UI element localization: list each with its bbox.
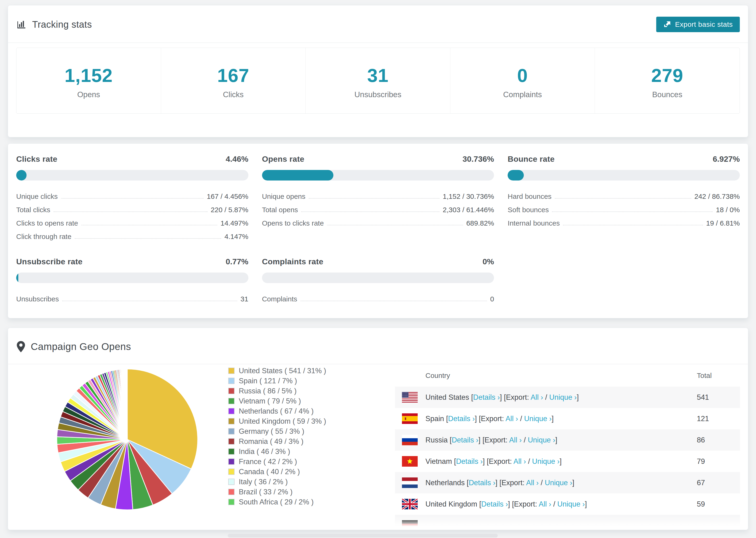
export-unique-link[interactable]: Unique ›: [532, 457, 560, 465]
export-unique-link[interactable]: Unique ›: [524, 414, 552, 423]
summary-cell-complaints: 0Complaints: [450, 48, 595, 113]
dotted-leader: [301, 211, 440, 212]
progress-bar-fill: [16, 170, 27, 181]
dotted-leader: [81, 225, 217, 225]
details-link[interactable]: Details ›: [452, 436, 478, 444]
legend-label: United States ( 541 / 31% ): [239, 367, 326, 375]
legend-swatch: [228, 479, 235, 485]
summary-value: 0: [450, 66, 595, 85]
flag-cell: [395, 451, 425, 472]
detail-row: Opens to clicks rate689.82%: [262, 215, 494, 229]
legend-item: Brazil ( 33 / 2% ): [228, 487, 369, 497]
rate-block-clicks: Clicks rate4.46%Unique clicks167 / 4.456…: [16, 154, 248, 242]
rate-detail-rows: Complaints0: [262, 291, 494, 304]
detail-row: Unsubscribes31: [16, 291, 248, 304]
summary-cell-unsubscribes: 31Unsubscribes: [306, 48, 450, 113]
summary-label: Bounces: [595, 90, 739, 99]
legend-swatch: [228, 398, 235, 404]
legend-item: Germany ( 55 / 3% ): [228, 426, 369, 436]
rate-title: Bounce rate: [508, 154, 555, 164]
geo-table-row-vietnam: Vietnam [Details ›] [Export: All › / Uni…: [395, 451, 740, 472]
detail-label: Complaints: [262, 295, 297, 304]
geo-table-row-united-kingdom: United Kingdom [Details ›] [Export: All …: [395, 493, 740, 515]
detail-label: Hard bounces: [508, 192, 552, 202]
summary-value: 167: [161, 66, 305, 85]
flag-de-icon: [402, 520, 425, 530]
flag-cell: [395, 387, 425, 408]
detail-label: Internal bounces: [508, 219, 560, 229]
total-cell: 121: [697, 408, 740, 429]
geo-col-country: Country: [425, 364, 697, 387]
export-all-link[interactable]: All ›: [506, 414, 518, 423]
detail-row: Unique clicks167 / 4.456%: [16, 188, 248, 202]
summary-cell-opens: 1,152Opens: [17, 48, 161, 113]
rate-block-bounce: Bounce rate6.927%Hard bounces242 / 86.73…: [508, 154, 740, 242]
legend-label: Spain ( 121 / 7% ): [239, 377, 297, 385]
country-cell: Netherlands [Details ›] [Export: All › /…: [425, 472, 697, 493]
geo-pie-chart: [54, 367, 200, 513]
detail-row: Hard bounces242 / 86.738%: [508, 188, 740, 202]
legend-label: Brazil ( 33 / 2% ): [239, 488, 293, 496]
rate-block-opens: Opens rate30.736%Unique opens1,152 / 30.…: [262, 154, 494, 242]
progress-bar-fill: [508, 170, 523, 181]
progress-bar-track: [262, 273, 494, 283]
export-unique-link[interactable]: Unique ›: [545, 479, 572, 487]
rate-block-complaints: Complaints rate0%Complaints0: [262, 257, 494, 304]
rate-value: 6.927%: [713, 154, 740, 164]
geo-table-row-netherlands: Netherlands [Details ›] [Export: All › /…: [395, 472, 740, 493]
detail-row: Total clicks220 / 5.87%: [16, 202, 248, 215]
legend-swatch: [228, 378, 235, 384]
detail-value: 31: [241, 295, 248, 304]
geo-title: Campaign Geo Opens: [31, 341, 131, 352]
legend-swatch: [228, 438, 235, 445]
export-unique-link[interactable]: Unique ›: [549, 393, 577, 402]
bar-chart-icon: [16, 19, 27, 30]
legend-swatch: [228, 458, 235, 465]
legend-label: Netherlands ( 67 / 4% ): [239, 407, 314, 415]
details-link[interactable]: Details ›: [448, 414, 475, 423]
dotted-leader: [309, 198, 440, 198]
export-unique-link[interactable]: Unique ›: [528, 436, 555, 444]
rate-value: 0%: [482, 257, 494, 266]
country-cell: United Kingdom [Details ›] [Export: All …: [425, 493, 697, 515]
rate-title: Opens rate: [262, 154, 304, 164]
campaign-geo-opens-card: Campaign Geo Opens United States ( 541 /…: [8, 328, 748, 530]
legend-label: Vietnam ( 79 / 5% ): [239, 397, 301, 405]
export-unique-link[interactable]: Unique ›: [557, 500, 585, 508]
legend-item: Canada ( 40 / 2% ): [228, 467, 369, 477]
detail-row: Unique opens1,152 / 30.736%: [262, 188, 494, 202]
horizontal-scrollbar-thumb[interactable]: [228, 534, 498, 538]
flag-es-icon: [402, 413, 425, 424]
flag-us-icon: [402, 392, 425, 403]
detail-label: Clicks to opens rate: [16, 219, 78, 229]
details-link[interactable]: Details ›: [469, 479, 495, 487]
legend-swatch: [228, 499, 235, 505]
detail-row: Complaints0: [262, 291, 494, 304]
export-all-link[interactable]: All ›: [509, 436, 522, 444]
legend-item: United States ( 541 / 31% ): [228, 366, 369, 376]
export-all-link[interactable]: All ›: [526, 479, 539, 487]
geo-legend: United States ( 541 / 31% )Spain ( 121 /…: [228, 366, 369, 507]
dotted-leader: [563, 225, 703, 225]
export-all-link[interactable]: All ›: [513, 457, 526, 465]
summary-value: 31: [306, 66, 450, 85]
legend-swatch: [228, 489, 235, 495]
summary-stats-row: 1,152Opens167Clicks31Unsubscribes0Compla…: [16, 48, 740, 114]
rate-value: 4.46%: [226, 154, 248, 164]
progress-bar-track: [262, 170, 494, 181]
detail-value: 242 / 86.738%: [694, 192, 740, 202]
detail-label: Unique clicks: [16, 192, 58, 202]
detail-row: Clicks to opens rate14.497%: [16, 215, 248, 229]
country-cell: United States [Details ›] [Export: All ›…: [425, 387, 697, 408]
export-basic-stats-button[interactable]: Export basic stats: [656, 17, 740, 32]
detail-label: Total opens: [262, 206, 298, 215]
total-cell: 59: [697, 493, 740, 515]
export-all-link[interactable]: All ›: [539, 500, 551, 508]
rate-title: Clicks rate: [16, 154, 57, 164]
details-link[interactable]: Details ›: [456, 457, 483, 465]
summary-value: 279: [595, 66, 739, 85]
details-link[interactable]: Details ›: [473, 393, 500, 402]
export-all-link[interactable]: All ›: [531, 393, 543, 402]
details-link[interactable]: Details ›: [481, 500, 508, 508]
total-cell: 541: [697, 387, 740, 408]
